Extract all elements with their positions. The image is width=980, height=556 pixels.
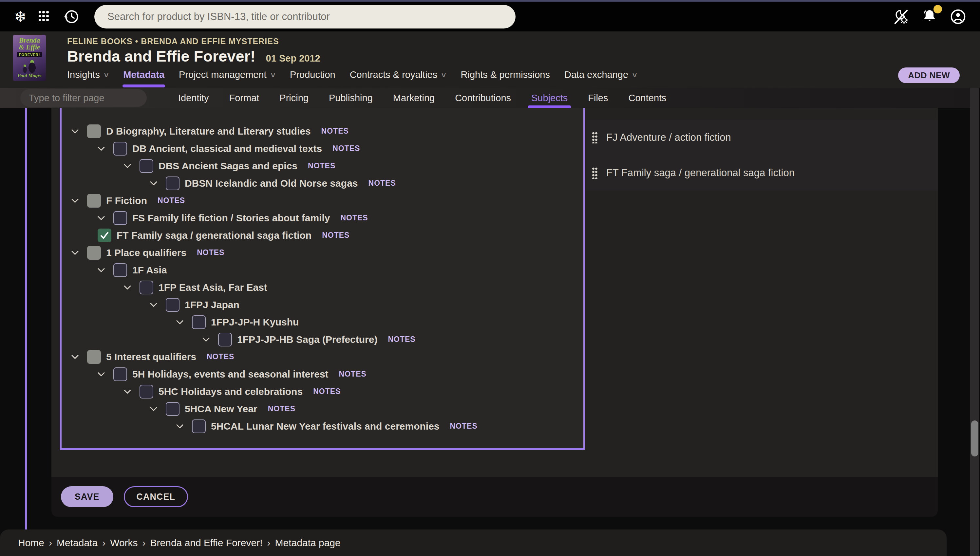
- subject-label[interactable]: FT Family saga / generational saga ficti…: [116, 230, 312, 241]
- tab-identity[interactable]: Identity: [178, 88, 209, 108]
- save-button[interactable]: SAVE: [61, 486, 113, 507]
- app-grid-icon[interactable]: [39, 11, 50, 22]
- subject-label[interactable]: DBSN Icelandic and Old Norse sagas: [185, 178, 358, 189]
- subject-label[interactable]: 5 Interest qualifiers: [106, 351, 196, 362]
- subject-label[interactable]: 1FP East Asia, Far East: [158, 282, 267, 293]
- selected-subject-row[interactable]: FT Family saga / generational saga ficti…: [587, 155, 938, 191]
- scrollbar-thumb[interactable]: [971, 420, 978, 456]
- subject-checkbox-f[interactable]: [87, 194, 101, 208]
- tab-contributions[interactable]: Contributions: [455, 88, 511, 108]
- breadcrumb-item-brenda-and-effie-forever[interactable]: Brenda and Effie Forever!: [150, 537, 263, 548]
- tab-format[interactable]: Format: [229, 88, 259, 108]
- nav-item-project-management[interactable]: Project management∨: [179, 70, 275, 82]
- subject-checkbox-1fpj-jp-h[interactable]: [192, 315, 206, 329]
- subject-label[interactable]: 1F Asia: [132, 265, 167, 276]
- notes-link[interactable]: NOTES: [322, 231, 349, 240]
- drag-handle-icon[interactable]: [592, 132, 598, 144]
- account-icon[interactable]: [949, 8, 967, 26]
- chevron-down-icon[interactable]: [71, 251, 87, 255]
- snowflake-icon[interactable]: ❄: [10, 8, 31, 26]
- drag-handle-icon[interactable]: [592, 167, 598, 179]
- nav-item-rights-permissions[interactable]: Rights & permissions: [461, 70, 550, 82]
- breadcrumb-item-works[interactable]: Works: [110, 537, 137, 548]
- chevron-down-icon[interactable]: [98, 372, 113, 377]
- notes-link[interactable]: NOTES: [332, 144, 360, 153]
- subject-label[interactable]: 5HC Holidays and celebrations: [158, 386, 302, 397]
- subject-label[interactable]: FS Family life fiction / Stories about f…: [132, 213, 330, 224]
- subject-label[interactable]: DB Ancient, classical and medieval texts: [132, 143, 322, 154]
- filter-input[interactable]: [20, 93, 147, 103]
- notes-link[interactable]: NOTES: [268, 404, 296, 413]
- tab-pricing[interactable]: Pricing: [280, 88, 309, 108]
- subject-label[interactable]: D Biography, Literature and Literary stu…: [106, 126, 311, 137]
- subject-checkbox-1[interactable]: [87, 246, 101, 260]
- chevron-down-icon[interactable]: [71, 355, 87, 359]
- subject-checkbox-1f[interactable]: [113, 263, 127, 277]
- notes-link[interactable]: NOTES: [313, 387, 341, 396]
- chevron-down-icon[interactable]: [150, 407, 166, 411]
- subject-checkbox-5hcal[interactable]: [192, 419, 206, 433]
- notes-link[interactable]: NOTES: [369, 179, 396, 187]
- selected-subject-row[interactable]: FJ Adventure / action fiction: [587, 120, 938, 155]
- nav-item-data-exchange[interactable]: Data exchange∨: [564, 70, 637, 82]
- notes-link[interactable]: NOTES: [207, 352, 234, 361]
- chevron-down-icon[interactable]: [124, 164, 139, 168]
- subject-label[interactable]: 1FPJ-JP-H Kyushu: [211, 317, 299, 328]
- chevron-down-icon[interactable]: [71, 129, 87, 134]
- chevron-down-icon[interactable]: [98, 216, 113, 220]
- subject-checkbox-5hca[interactable]: [166, 402, 180, 416]
- notes-link[interactable]: NOTES: [450, 422, 477, 431]
- subject-checkbox-1fpj[interactable]: [166, 298, 180, 312]
- notes-link[interactable]: NOTES: [340, 213, 368, 222]
- subject-checkbox-d[interactable]: [87, 124, 101, 138]
- nav-item-contracts-royalties[interactable]: Contracts & royalties∨: [350, 70, 446, 82]
- notes-link[interactable]: NOTES: [197, 248, 224, 257]
- subject-label[interactable]: DBS Ancient Sagas and epics: [158, 160, 298, 171]
- subject-checkbox-5[interactable]: [87, 350, 101, 364]
- subject-checkbox-1fp[interactable]: [139, 281, 153, 294]
- chevron-down-icon[interactable]: [176, 320, 192, 325]
- nav-item-insights[interactable]: Insights∨: [67, 70, 109, 82]
- chevron-down-icon[interactable]: [176, 424, 192, 428]
- notes-link[interactable]: NOTES: [308, 162, 335, 170]
- subject-label[interactable]: 5HCAL Lunar New Year festivals and cerem…: [211, 421, 440, 432]
- tab-files[interactable]: Files: [588, 88, 608, 108]
- nav-item-production[interactable]: Production: [290, 70, 335, 82]
- tab-marketing[interactable]: Marketing: [393, 88, 435, 108]
- subject-checkbox-5hc[interactable]: [139, 385, 153, 399]
- subject-label[interactable]: 5H Holidays, events and seasonal interes…: [132, 369, 328, 380]
- breadcrumb-item-metadata[interactable]: Metadata: [57, 537, 98, 548]
- notifications-bell-icon[interactable]: [921, 8, 938, 25]
- notes-link[interactable]: NOTES: [388, 335, 415, 344]
- tab-contents[interactable]: Contents: [629, 88, 666, 108]
- notes-link[interactable]: NOTES: [339, 370, 367, 378]
- chevron-down-icon[interactable]: [202, 337, 218, 342]
- subject-checkbox-ft[interactable]: [98, 229, 112, 242]
- subject-checkbox-db[interactable]: [113, 142, 127, 155]
- chevron-down-icon[interactable]: [124, 390, 139, 394]
- subject-label[interactable]: F Fiction: [106, 195, 147, 206]
- subject-checkbox-dbs[interactable]: [139, 159, 153, 173]
- breadcrumb-item-home[interactable]: Home: [18, 537, 44, 548]
- tab-publishing[interactable]: Publishing: [329, 88, 373, 108]
- tab-subjects[interactable]: Subjects: [531, 88, 568, 108]
- subject-checkbox-dbsn[interactable]: [166, 176, 180, 190]
- chevron-down-icon[interactable]: [124, 285, 139, 290]
- cancel-button[interactable]: CANCEL: [124, 486, 188, 507]
- chevron-down-icon[interactable]: [150, 302, 166, 307]
- nav-item-metadata[interactable]: Metadata: [123, 70, 165, 82]
- subject-label[interactable]: 1FPJ Japan: [185, 299, 239, 310]
- history-icon[interactable]: [63, 8, 80, 25]
- subject-checkbox-fs[interactable]: [113, 211, 127, 225]
- chevron-down-icon[interactable]: [71, 199, 87, 203]
- subject-checkbox-1fpj-jp-hb[interactable]: [218, 333, 232, 346]
- notes-link[interactable]: NOTES: [158, 196, 185, 205]
- notes-link[interactable]: NOTES: [321, 127, 349, 136]
- theme-toggle-icon[interactable]: [892, 8, 910, 26]
- subject-label[interactable]: 1FPJ-JP-HB Saga (Prefecture): [237, 334, 377, 345]
- subject-checkbox-5h[interactable]: [113, 367, 127, 381]
- chevron-down-icon[interactable]: [150, 181, 166, 186]
- subject-label[interactable]: 1 Place qualifiers: [106, 247, 186, 259]
- chevron-down-icon[interactable]: [98, 146, 113, 151]
- chevron-down-icon[interactable]: [98, 268, 113, 272]
